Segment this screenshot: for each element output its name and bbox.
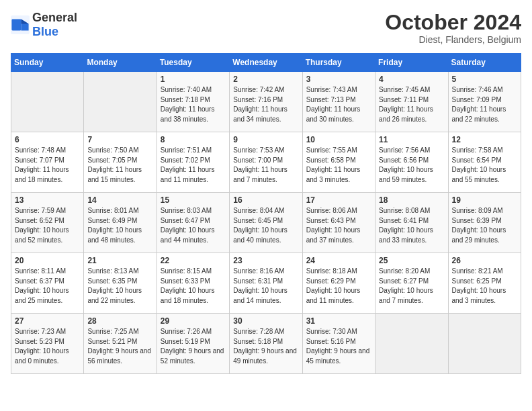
calendar-cell: 6Sunrise: 7:48 AM Sunset: 7:07 PM Daylig… — [11, 132, 84, 193]
cell-info: Sunrise: 7:53 AM Sunset: 7:00 PM Dayligh… — [233, 146, 298, 185]
cell-info: Sunrise: 8:04 AM Sunset: 6:45 PM Dayligh… — [233, 206, 298, 245]
cell-info: Sunrise: 7:26 AM Sunset: 5:19 PM Dayligh… — [161, 327, 226, 366]
title-block: October 2024 Diest, Flanders, Belgium — [385, 11, 521, 45]
cell-info: Sunrise: 7:56 AM Sunset: 6:56 PM Dayligh… — [379, 146, 444, 185]
cell-info: Sunrise: 8:11 AM Sunset: 6:37 PM Dayligh… — [15, 267, 80, 306]
cell-info: Sunrise: 7:51 AM Sunset: 7:02 PM Dayligh… — [161, 146, 226, 185]
day-number: 12 — [452, 135, 517, 144]
cell-info: Sunrise: 7:58 AM Sunset: 6:54 PM Dayligh… — [452, 146, 517, 185]
calendar-cell: 15Sunrise: 8:03 AM Sunset: 6:47 PM Dayli… — [157, 193, 229, 253]
calendar-cell: 11Sunrise: 7:56 AM Sunset: 6:56 PM Dayli… — [375, 132, 448, 193]
header-cell-thursday: Thursday — [302, 54, 375, 72]
cell-info: Sunrise: 7:28 AM Sunset: 5:18 PM Dayligh… — [233, 327, 298, 366]
week-row-2: 6Sunrise: 7:48 AM Sunset: 7:07 PM Daylig… — [11, 132, 521, 193]
cell-info: Sunrise: 8:03 AM Sunset: 6:47 PM Dayligh… — [161, 206, 226, 245]
day-number: 19 — [452, 195, 517, 205]
cell-info: Sunrise: 7:48 AM Sunset: 7:07 PM Dayligh… — [15, 146, 80, 185]
day-number: 30 — [233, 316, 298, 326]
calendar-cell: 31Sunrise: 7:30 AM Sunset: 5:16 PM Dayli… — [302, 314, 375, 374]
header-cell-monday: Monday — [84, 54, 157, 72]
cell-info: Sunrise: 8:08 AM Sunset: 6:41 PM Dayligh… — [379, 206, 444, 245]
cell-info: Sunrise: 7:46 AM Sunset: 7:09 PM Dayligh… — [452, 85, 517, 124]
day-number: 22 — [161, 256, 226, 265]
day-number: 3 — [306, 75, 371, 84]
calendar-cell: 8Sunrise: 7:51 AM Sunset: 7:02 PM Daylig… — [157, 132, 229, 193]
day-number: 6 — [15, 135, 80, 144]
cell-info: Sunrise: 8:15 AM Sunset: 6:33 PM Dayligh… — [161, 267, 226, 306]
calendar-cell — [11, 72, 84, 132]
day-number: 17 — [306, 195, 371, 205]
week-row-5: 27Sunrise: 7:23 AM Sunset: 5:23 PM Dayli… — [11, 314, 521, 374]
day-number: 23 — [233, 256, 298, 265]
calendar-cell: 4Sunrise: 7:45 AM Sunset: 7:11 PM Daylig… — [375, 72, 448, 132]
cell-info: Sunrise: 8:09 AM Sunset: 6:39 PM Dayligh… — [452, 206, 517, 245]
calendar-cell: 16Sunrise: 8:04 AM Sunset: 6:45 PM Dayli… — [230, 193, 302, 253]
day-number: 27 — [15, 316, 80, 326]
calendar-cell: 28Sunrise: 7:25 AM Sunset: 5:21 PM Dayli… — [84, 314, 157, 374]
cell-info: Sunrise: 7:30 AM Sunset: 5:16 PM Dayligh… — [306, 327, 371, 366]
day-number: 7 — [87, 135, 152, 144]
week-row-3: 13Sunrise: 7:59 AM Sunset: 6:52 PM Dayli… — [11, 193, 521, 253]
page-header: General Blue October 2024 Diest, Flander… — [11, 11, 521, 45]
logo-text: General Blue — [32, 11, 77, 39]
cell-info: Sunrise: 8:16 AM Sunset: 6:31 PM Dayligh… — [233, 267, 298, 306]
day-number: 15 — [161, 195, 226, 205]
day-number: 11 — [379, 135, 444, 144]
cell-info: Sunrise: 8:21 AM Sunset: 6:25 PM Dayligh… — [452, 267, 517, 306]
logo: General Blue — [11, 11, 77, 39]
cell-info: Sunrise: 8:18 AM Sunset: 6:29 PM Dayligh… — [306, 267, 371, 306]
cell-info: Sunrise: 7:23 AM Sunset: 5:23 PM Dayligh… — [15, 327, 80, 366]
calendar-cell: 30Sunrise: 7:28 AM Sunset: 5:18 PM Dayli… — [230, 314, 302, 374]
day-number: 1 — [161, 75, 226, 84]
calendar-cell — [84, 72, 157, 132]
day-number: 29 — [161, 316, 226, 326]
calendar-cell — [448, 314, 521, 374]
header-cell-saturday: Saturday — [448, 54, 521, 72]
calendar-cell — [375, 314, 448, 374]
day-number: 8 — [161, 135, 226, 144]
calendar-cell: 14Sunrise: 8:01 AM Sunset: 6:49 PM Dayli… — [84, 193, 157, 253]
calendar-header: SundayMondayTuesdayWednesdayThursdayFrid… — [11, 54, 521, 72]
day-number: 10 — [306, 135, 371, 144]
calendar-cell: 3Sunrise: 7:43 AM Sunset: 7:13 PM Daylig… — [302, 72, 375, 132]
calendar-cell: 26Sunrise: 8:21 AM Sunset: 6:25 PM Dayli… — [448, 253, 521, 314]
day-number: 21 — [87, 256, 152, 265]
calendar-cell: 1Sunrise: 7:40 AM Sunset: 7:18 PM Daylig… — [157, 72, 229, 132]
calendar-cell: 21Sunrise: 8:13 AM Sunset: 6:35 PM Dayli… — [84, 253, 157, 314]
day-number: 28 — [87, 316, 152, 326]
day-number: 16 — [233, 195, 298, 205]
day-number: 18 — [379, 195, 444, 205]
calendar-cell: 27Sunrise: 7:23 AM Sunset: 5:23 PM Dayli… — [11, 314, 84, 374]
logo-icon — [11, 15, 30, 34]
cell-info: Sunrise: 7:43 AM Sunset: 7:13 PM Dayligh… — [306, 85, 371, 124]
day-number: 25 — [379, 256, 444, 265]
cell-info: Sunrise: 7:50 AM Sunset: 7:05 PM Dayligh… — [87, 146, 152, 185]
cell-info: Sunrise: 7:45 AM Sunset: 7:11 PM Dayligh… — [379, 85, 444, 124]
calendar-cell: 9Sunrise: 7:53 AM Sunset: 7:00 PM Daylig… — [230, 132, 302, 193]
calendar-cell: 10Sunrise: 7:55 AM Sunset: 6:58 PM Dayli… — [302, 132, 375, 193]
cell-info: Sunrise: 8:13 AM Sunset: 6:35 PM Dayligh… — [87, 267, 152, 306]
cell-info: Sunrise: 7:42 AM Sunset: 7:16 PM Dayligh… — [233, 85, 298, 124]
calendar-cell: 29Sunrise: 7:26 AM Sunset: 5:19 PM Dayli… — [157, 314, 229, 374]
calendar-cell: 24Sunrise: 8:18 AM Sunset: 6:29 PM Dayli… — [302, 253, 375, 314]
day-number: 9 — [233, 135, 298, 144]
cell-info: Sunrise: 8:06 AM Sunset: 6:43 PM Dayligh… — [306, 206, 371, 245]
day-number: 31 — [306, 316, 371, 326]
day-number: 13 — [15, 195, 80, 205]
header-cell-sunday: Sunday — [11, 54, 84, 72]
calendar-cell: 2Sunrise: 7:42 AM Sunset: 7:16 PM Daylig… — [230, 72, 302, 132]
calendar-cell: 12Sunrise: 7:58 AM Sunset: 6:54 PM Dayli… — [448, 132, 521, 193]
calendar-cell: 7Sunrise: 7:50 AM Sunset: 7:05 PM Daylig… — [84, 132, 157, 193]
calendar-cell: 25Sunrise: 8:20 AM Sunset: 6:27 PM Dayli… — [375, 253, 448, 314]
day-number: 20 — [15, 256, 80, 265]
day-number: 14 — [87, 195, 152, 205]
svg-rect-3 — [11, 19, 21, 31]
header-cell-wednesday: Wednesday — [230, 54, 302, 72]
calendar-cell: 17Sunrise: 8:06 AM Sunset: 6:43 PM Dayli… — [302, 193, 375, 253]
calendar-body: 1Sunrise: 7:40 AM Sunset: 7:18 PM Daylig… — [11, 72, 521, 374]
day-number: 24 — [306, 256, 371, 265]
calendar-cell: 20Sunrise: 8:11 AM Sunset: 6:37 PM Dayli… — [11, 253, 84, 314]
month-year-title: October 2024 — [385, 11, 521, 34]
cell-info: Sunrise: 8:01 AM Sunset: 6:49 PM Dayligh… — [87, 206, 152, 245]
week-row-4: 20Sunrise: 8:11 AM Sunset: 6:37 PM Dayli… — [11, 253, 521, 314]
